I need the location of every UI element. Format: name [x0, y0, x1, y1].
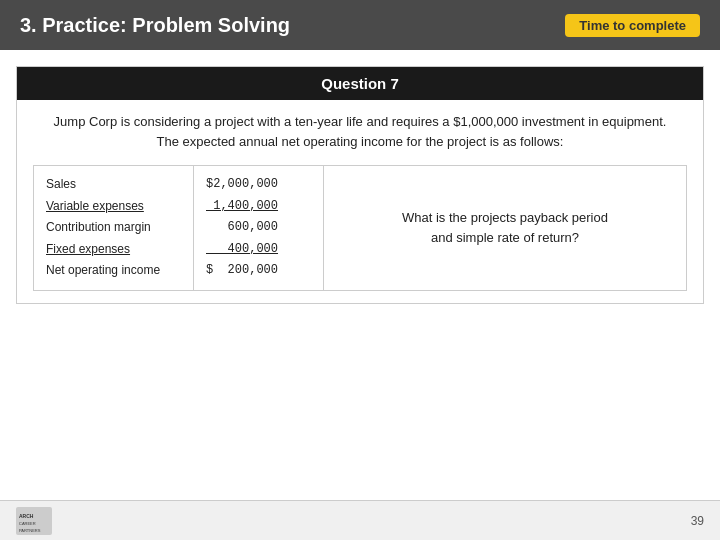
footer-logo: ARCH CAREER PARTNERS: [16, 507, 52, 535]
label-variable-expenses: Variable expenses: [46, 196, 181, 218]
description-line1: Jump Corp is considering a project with …: [54, 114, 667, 129]
label-fixed-expenses: Fixed expenses: [46, 239, 181, 261]
svg-text:PARTNERS: PARTNERS: [19, 528, 41, 533]
data-section: Sales Variable expenses Contribution mar…: [33, 165, 687, 291]
main-content: Question 7 Jump Corp is considering a pr…: [0, 50, 720, 320]
data-labels-column: Sales Variable expenses Contribution mar…: [34, 166, 194, 290]
label-net-operating-income: Net operating income: [46, 260, 181, 282]
footer: ARCH CAREER PARTNERS 39: [0, 500, 720, 540]
value-sales: $2,000,000: [206, 174, 311, 196]
side-question: What is the projects payback period and …: [324, 166, 686, 290]
description-line2: The expected annual net operating income…: [157, 134, 564, 149]
side-question-text: What is the projects payback period and …: [402, 208, 608, 247]
svg-text:ARCH: ARCH: [19, 513, 34, 519]
time-badge: Time to complete: [565, 14, 700, 37]
header: 3. Practice: Problem Solving Time to com…: [0, 0, 720, 50]
question-box: Question 7 Jump Corp is considering a pr…: [16, 66, 704, 304]
question-body: Jump Corp is considering a project with …: [17, 100, 703, 303]
label-sales: Sales: [46, 174, 181, 196]
value-contribution-margin: 600,000: [206, 217, 311, 239]
question-label: Question 7: [321, 75, 399, 92]
page-title: 3. Practice: Problem Solving: [20, 14, 290, 37]
side-question-line1: What is the projects payback period: [402, 210, 608, 225]
side-question-line2: and simple rate of return?: [431, 230, 579, 245]
label-contribution-margin: Contribution margin: [46, 217, 181, 239]
value-fixed-expenses: 400,000: [206, 239, 311, 261]
question-header: Question 7: [17, 67, 703, 100]
svg-text:CAREER: CAREER: [19, 521, 36, 526]
arch-career-logo: ARCH CAREER PARTNERS: [16, 507, 52, 535]
question-description: Jump Corp is considering a project with …: [33, 112, 687, 151]
page-number: 39: [691, 514, 704, 528]
data-values-column: $2,000,000 1,400,000 600,000 400,000 $ 2…: [194, 166, 324, 290]
value-variable-expenses: 1,400,000: [206, 196, 311, 218]
value-net-operating-income: $ 200,000: [206, 260, 311, 282]
